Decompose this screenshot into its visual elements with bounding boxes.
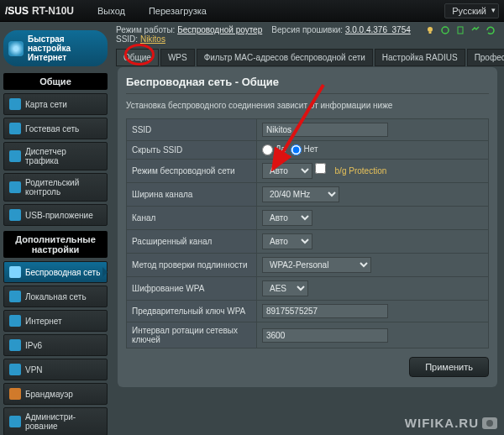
nav-label: Родительский контроль bbox=[25, 178, 102, 197]
bgp-checkbox[interactable] bbox=[315, 163, 326, 174]
gear-icon bbox=[9, 416, 21, 427]
quick-setup-button[interactable]: Быстрая настройка Интернет bbox=[3, 30, 108, 66]
nav-label: USB-приложение bbox=[25, 211, 93, 220]
nav-vpn[interactable]: VPN bbox=[3, 359, 108, 380]
auth-select[interactable]: WPA2-Personal bbox=[262, 257, 371, 273]
parental-icon bbox=[9, 181, 21, 193]
nav-ipv6[interactable]: IPv6 bbox=[3, 334, 108, 356]
model-label: RT-N10U bbox=[32, 5, 74, 17]
no-label: Нет bbox=[303, 144, 318, 154]
channel-select[interactable]: Авто bbox=[262, 210, 312, 226]
nav-wireless[interactable]: Беспроводная сеть bbox=[3, 261, 108, 283]
settings-panel: Беспроводная сеть - Общие Установка бесп… bbox=[118, 67, 497, 387]
row-ssid-label: SSID bbox=[127, 119, 257, 141]
nav-admin[interactable]: Администри-рование bbox=[3, 407, 108, 435]
wand-icon bbox=[8, 41, 24, 56]
section-advanced: Дополнительные настройки bbox=[3, 231, 108, 258]
reboot-link[interactable]: Перезагрузка bbox=[149, 6, 207, 16]
map-icon bbox=[9, 98, 21, 110]
nav-label: Интернет bbox=[25, 317, 62, 326]
nav-label: Диспетчер трафика bbox=[25, 147, 102, 165]
row-enc-label: Шифрование WPA bbox=[127, 277, 257, 301]
nav-label: VPN bbox=[25, 365, 43, 375]
fire-icon bbox=[9, 388, 21, 400]
nav-label: Гостевая сеть bbox=[25, 124, 79, 134]
row-auth-label: Метод проверки подлинности bbox=[127, 254, 257, 277]
bgp-label: b/g Protection bbox=[335, 166, 387, 176]
nav-guest[interactable]: Гостевая сеть bbox=[3, 118, 108, 139]
lan-icon bbox=[9, 291, 21, 302]
enc-select[interactable]: AES bbox=[262, 280, 308, 296]
psk-input[interactable] bbox=[262, 304, 388, 318]
section-general: Общие bbox=[3, 73, 108, 90]
row-hide-label: Скрыть SSID bbox=[127, 141, 257, 160]
traffic-icon bbox=[9, 150, 21, 162]
nav-lan[interactable]: Локальная сеть bbox=[3, 286, 108, 307]
nav-label: Беспроводная сеть bbox=[25, 268, 100, 277]
panel-title: Беспроводная сеть - Общие bbox=[126, 76, 489, 94]
nav-firewall[interactable]: Брандмауэр bbox=[3, 383, 108, 405]
nav-parental[interactable]: Родительский контроль bbox=[3, 173, 108, 202]
row-rekey-label: Интервал ротации сетевых ключей bbox=[127, 322, 257, 349]
nav-label: Карта сети bbox=[25, 100, 67, 109]
nav-networkmap[interactable]: Карта сети bbox=[3, 93, 108, 115]
nav-traffic[interactable]: Диспетчер трафика bbox=[3, 142, 108, 170]
logout-link[interactable]: Выход bbox=[97, 6, 125, 16]
language-select[interactable]: Русский bbox=[444, 3, 499, 18]
camera-icon bbox=[482, 417, 497, 429]
ssid-input[interactable] bbox=[262, 123, 388, 137]
yes-label: Да bbox=[276, 144, 286, 154]
wifi-icon bbox=[9, 266, 21, 278]
brand-logo: /SUS bbox=[5, 5, 29, 17]
row-psk-label: Предварительный ключ WPA bbox=[127, 301, 257, 322]
usb-icon bbox=[9, 209, 21, 221]
hide-yes-radio[interactable] bbox=[262, 144, 273, 155]
extch-select[interactable]: Авто bbox=[262, 233, 312, 249]
nav-usb[interactable]: USB-приложение bbox=[3, 204, 108, 226]
globe-icon bbox=[9, 315, 21, 327]
rekey-input[interactable] bbox=[262, 328, 388, 343]
panel-desc: Установка беспроводного соединения завис… bbox=[126, 94, 489, 118]
guest-icon bbox=[9, 123, 21, 134]
row-extch-label: Расширенный канал bbox=[127, 230, 257, 254]
apply-button[interactable]: Применить bbox=[409, 357, 489, 377]
nav-label: Администри-рование bbox=[25, 412, 102, 431]
nav-wan[interactable]: Интернет bbox=[3, 310, 108, 332]
nav-label: Локальная сеть bbox=[25, 292, 87, 301]
nav-label: IPv6 bbox=[25, 341, 42, 350]
row-channel-label: Канал bbox=[127, 207, 257, 230]
row-mode-label: Режим беспроводной сети bbox=[127, 160, 257, 183]
nav-label: Брандмауэр bbox=[25, 390, 73, 399]
mode-select[interactable]: Авто bbox=[262, 163, 312, 179]
row-chwidth-label: Ширина канала bbox=[127, 183, 257, 207]
hide-no-radio[interactable] bbox=[291, 144, 302, 155]
vpn-icon bbox=[9, 364, 21, 375]
ipv6-icon bbox=[9, 339, 21, 351]
quick-label: Быстрая настройка Интернет bbox=[28, 34, 102, 62]
chwidth-select[interactable]: 20/40 MHz bbox=[262, 186, 339, 202]
watermark: WIFIKA.RU bbox=[405, 416, 497, 430]
